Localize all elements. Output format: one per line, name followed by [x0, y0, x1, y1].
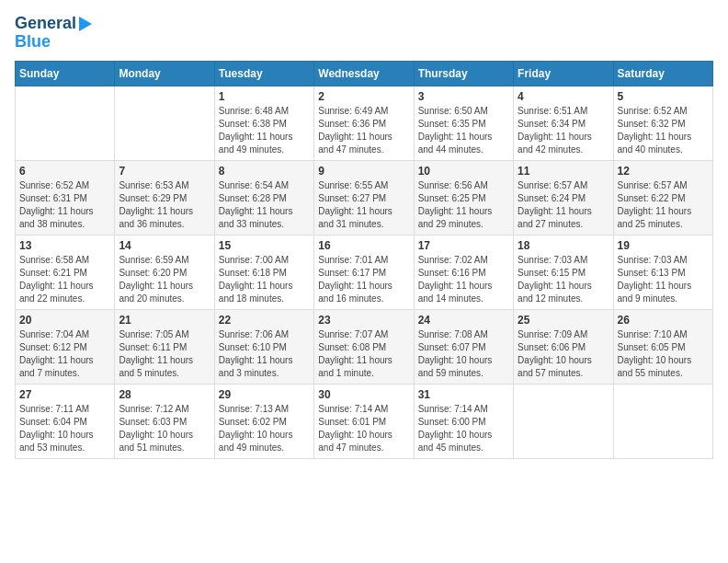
weekday-header-wednesday: Wednesday [314, 61, 414, 86]
calendar-cell [613, 384, 712, 458]
weekday-header-saturday: Saturday [613, 61, 712, 86]
calendar-cell: 9Sunrise: 6:55 AM Sunset: 6:27 PM Daylig… [314, 160, 414, 235]
day-number: 14 [119, 239, 210, 252]
day-number: 23 [318, 314, 409, 327]
day-info: Sunrise: 7:10 AM Sunset: 6:05 PM Dayligh… [618, 328, 709, 380]
day-number: 20 [19, 314, 110, 327]
calendar-cell: 16Sunrise: 7:01 AM Sunset: 6:17 PM Dayli… [314, 235, 414, 309]
calendar-cell: 27Sunrise: 7:11 AM Sunset: 6:04 PM Dayli… [16, 384, 115, 458]
day-number: 21 [119, 314, 210, 327]
day-info: Sunrise: 7:03 AM Sunset: 6:13 PM Dayligh… [618, 254, 709, 305]
calendar-cell: 31Sunrise: 7:14 AM Sunset: 6:00 PM Dayli… [414, 384, 513, 458]
day-number: 9 [318, 165, 409, 178]
calendar-cell: 10Sunrise: 6:56 AM Sunset: 6:25 PM Dayli… [414, 160, 513, 235]
day-number: 2 [318, 90, 409, 103]
day-number: 29 [219, 388, 310, 401]
day-number: 15 [219, 239, 310, 252]
day-info: Sunrise: 6:49 AM Sunset: 6:36 PM Dayligh… [318, 105, 409, 156]
day-number: 22 [219, 314, 310, 327]
day-number: 7 [119, 165, 210, 178]
calendar-cell: 30Sunrise: 7:14 AM Sunset: 6:01 PM Dayli… [314, 384, 414, 458]
day-number: 31 [418, 388, 509, 401]
weekday-header-friday: Friday [514, 61, 613, 86]
calendar-cell: 11Sunrise: 6:57 AM Sunset: 6:24 PM Dayli… [514, 160, 613, 235]
calendar-cell: 1Sunrise: 6:48 AM Sunset: 6:38 PM Daylig… [214, 86, 313, 160]
day-info: Sunrise: 7:11 AM Sunset: 6:04 PM Dayligh… [19, 403, 110, 454]
day-info: Sunrise: 7:03 AM Sunset: 6:15 PM Dayligh… [518, 254, 609, 305]
day-info: Sunrise: 6:59 AM Sunset: 6:20 PM Dayligh… [119, 254, 210, 305]
day-info: Sunrise: 7:12 AM Sunset: 6:03 PM Dayligh… [119, 403, 210, 454]
day-number: 3 [418, 90, 509, 103]
calendar-cell [115, 86, 214, 160]
calendar-cell: 7Sunrise: 6:53 AM Sunset: 6:29 PM Daylig… [115, 160, 214, 235]
day-info: Sunrise: 7:06 AM Sunset: 6:10 PM Dayligh… [219, 328, 310, 380]
calendar-cell: 26Sunrise: 7:10 AM Sunset: 6:05 PM Dayli… [613, 309, 712, 384]
calendar-cell: 23Sunrise: 7:07 AM Sunset: 6:08 PM Dayli… [314, 309, 414, 384]
day-info: Sunrise: 6:50 AM Sunset: 6:35 PM Dayligh… [418, 105, 509, 156]
calendar-cell: 22Sunrise: 7:06 AM Sunset: 6:10 PM Dayli… [214, 309, 313, 384]
day-number: 26 [618, 314, 709, 327]
day-number: 19 [618, 239, 709, 252]
day-info: Sunrise: 6:52 AM Sunset: 6:32 PM Dayligh… [618, 105, 709, 156]
weekday-header-thursday: Thursday [414, 61, 513, 86]
week-row-1: 1Sunrise: 6:48 AM Sunset: 6:38 PM Daylig… [16, 86, 713, 160]
weekday-header-row: SundayMondayTuesdayWednesdayThursdayFrid… [16, 61, 713, 86]
calendar-cell: 29Sunrise: 7:13 AM Sunset: 6:02 PM Dayli… [214, 384, 313, 458]
logo-blue: Blue [15, 33, 92, 52]
day-info: Sunrise: 7:08 AM Sunset: 6:07 PM Dayligh… [418, 328, 509, 380]
calendar-cell: 15Sunrise: 7:00 AM Sunset: 6:18 PM Dayli… [214, 235, 313, 309]
calendar-cell: 24Sunrise: 7:08 AM Sunset: 6:07 PM Dayli… [414, 309, 513, 384]
calendar-cell: 5Sunrise: 6:52 AM Sunset: 6:32 PM Daylig… [613, 86, 712, 160]
calendar-cell: 21Sunrise: 7:05 AM Sunset: 6:11 PM Dayli… [115, 309, 214, 384]
day-number: 13 [19, 239, 110, 252]
day-number: 4 [518, 90, 609, 103]
day-info: Sunrise: 6:55 AM Sunset: 6:27 PM Dayligh… [318, 179, 409, 231]
calendar-cell: 28Sunrise: 7:12 AM Sunset: 6:03 PM Dayli… [115, 384, 214, 458]
day-number: 12 [618, 165, 709, 178]
day-number: 25 [518, 314, 609, 327]
header: General Blue [15, 15, 713, 52]
day-info: Sunrise: 7:14 AM Sunset: 6:01 PM Dayligh… [318, 403, 409, 454]
calendar-cell: 2Sunrise: 6:49 AM Sunset: 6:36 PM Daylig… [314, 86, 414, 160]
weekday-header-tuesday: Tuesday [214, 61, 313, 86]
calendar-cell: 8Sunrise: 6:54 AM Sunset: 6:28 PM Daylig… [214, 160, 313, 235]
day-info: Sunrise: 6:51 AM Sunset: 6:34 PM Dayligh… [518, 105, 609, 156]
day-number: 24 [418, 314, 509, 327]
day-number: 5 [618, 90, 709, 103]
calendar-cell: 18Sunrise: 7:03 AM Sunset: 6:15 PM Dayli… [514, 235, 613, 309]
day-info: Sunrise: 7:13 AM Sunset: 6:02 PM Dayligh… [219, 403, 310, 454]
day-number: 8 [219, 165, 310, 178]
day-number: 27 [19, 388, 110, 401]
day-number: 16 [318, 239, 409, 252]
calendar-cell [16, 86, 115, 160]
logo-arrow-icon [79, 17, 92, 31]
day-number: 17 [418, 239, 509, 252]
day-info: Sunrise: 6:57 AM Sunset: 6:24 PM Dayligh… [518, 179, 609, 231]
day-number: 11 [518, 165, 609, 178]
day-number: 28 [119, 388, 210, 401]
day-info: Sunrise: 6:56 AM Sunset: 6:25 PM Dayligh… [418, 179, 509, 231]
day-info: Sunrise: 6:53 AM Sunset: 6:29 PM Dayligh… [119, 179, 210, 231]
day-info: Sunrise: 6:57 AM Sunset: 6:22 PM Dayligh… [618, 179, 709, 231]
calendar-cell: 14Sunrise: 6:59 AM Sunset: 6:20 PM Dayli… [115, 235, 214, 309]
logo-general: General [15, 15, 76, 33]
week-row-4: 20Sunrise: 7:04 AM Sunset: 6:12 PM Dayli… [16, 309, 713, 384]
day-info: Sunrise: 7:00 AM Sunset: 6:18 PM Dayligh… [219, 254, 310, 305]
week-row-2: 6Sunrise: 6:52 AM Sunset: 6:31 PM Daylig… [16, 160, 713, 235]
day-number: 1 [219, 90, 310, 103]
day-number: 18 [518, 239, 609, 252]
day-info: Sunrise: 7:01 AM Sunset: 6:17 PM Dayligh… [318, 254, 409, 305]
day-info: Sunrise: 7:14 AM Sunset: 6:00 PM Dayligh… [418, 403, 509, 454]
calendar-cell: 6Sunrise: 6:52 AM Sunset: 6:31 PM Daylig… [16, 160, 115, 235]
day-info: Sunrise: 6:52 AM Sunset: 6:31 PM Dayligh… [19, 179, 110, 231]
day-info: Sunrise: 6:54 AM Sunset: 6:28 PM Dayligh… [219, 179, 310, 231]
day-info: Sunrise: 6:58 AM Sunset: 6:21 PM Dayligh… [19, 254, 110, 305]
calendar-cell: 25Sunrise: 7:09 AM Sunset: 6:06 PM Dayli… [514, 309, 613, 384]
logo: General Blue [15, 15, 92, 52]
calendar: SundayMondayTuesdayWednesdayThursdayFrid… [15, 61, 713, 459]
calendar-cell: 12Sunrise: 6:57 AM Sunset: 6:22 PM Dayli… [613, 160, 712, 235]
calendar-cell: 19Sunrise: 7:03 AM Sunset: 6:13 PM Dayli… [613, 235, 712, 309]
day-info: Sunrise: 7:09 AM Sunset: 6:06 PM Dayligh… [518, 328, 609, 380]
calendar-cell: 3Sunrise: 6:50 AM Sunset: 6:35 PM Daylig… [414, 86, 513, 160]
day-info: Sunrise: 7:04 AM Sunset: 6:12 PM Dayligh… [19, 328, 110, 380]
